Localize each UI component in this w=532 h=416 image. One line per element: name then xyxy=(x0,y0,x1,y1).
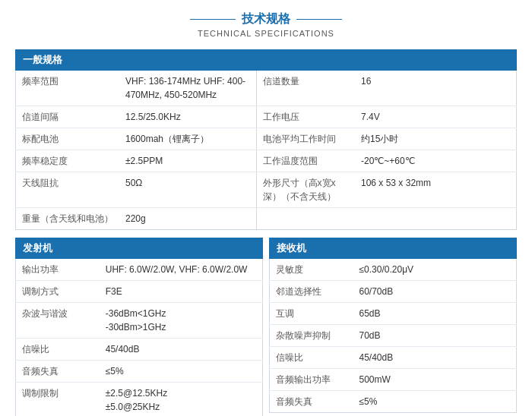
table-row: 调制限制 ±2.5@12.5KHz ±5.0@25KHz xyxy=(16,383,263,417)
row-label: 标配电池 xyxy=(16,128,120,150)
row-label2: 外形尺寸（高x宽x深）（不含天线） xyxy=(256,172,355,208)
table-row: 邻道选择性 60/70dB xyxy=(270,281,517,303)
table-row: 灵敏度 ≤0.30/0.20μV xyxy=(270,259,517,281)
row-value: 60/70dB xyxy=(353,281,517,303)
row-label: 音频输出功率 xyxy=(270,369,353,391)
row-value: ≤5% xyxy=(100,361,263,383)
row-label: 输出功率 xyxy=(16,259,100,281)
table-row: 杂波与谐波 -36dBm<1GHz -30dBm>1GHz xyxy=(16,303,263,339)
table-row: 信噪比 45/40dB xyxy=(270,347,517,369)
row-label: 频率范围 xyxy=(16,71,120,106)
table-row: 输出功率 UHF: 6.0W/2.0W, VHF: 6.0W/2.0W xyxy=(16,259,263,281)
table-row: 音频失真 ≤5% xyxy=(270,391,517,413)
row-label: 重量（含天线和电池） xyxy=(16,208,120,230)
row-value: F3E xyxy=(100,281,263,303)
table-row: 频率稳定度 ±2.5PPM 工作温度范围 -20℃~+60℃ xyxy=(16,150,517,172)
row-value: ≤0.30/0.20μV xyxy=(353,259,517,281)
table-row: 天线阻抗 50Ω 外形尺寸（高x宽x深）（不含天线） 106 x 53 x 32… xyxy=(16,172,517,208)
row-value2: 约15小时 xyxy=(355,128,517,150)
row-label: 调制限制 xyxy=(16,383,100,417)
row-label: 信道间隔 xyxy=(16,106,120,128)
receiver-header: 接收机 xyxy=(269,238,517,259)
general-header: 一般规格 xyxy=(15,49,517,71)
transmitter-header: 发射机 xyxy=(15,238,263,259)
table-row: 重量（含天线和电池） 220g xyxy=(16,208,517,230)
row-label: 互调 xyxy=(270,303,353,325)
row-value: 50Ω xyxy=(119,172,256,208)
row-label: 调制方式 xyxy=(16,281,100,303)
table-row: 标配电池 1600mah（锂离子） 电池平均工作时间 约15小时 xyxy=(16,128,517,150)
row-value: 500mW xyxy=(353,369,517,391)
row-label: 杂波与谐波 xyxy=(16,303,100,339)
row-value2 xyxy=(355,208,517,230)
row-value2: -20℃~+60℃ xyxy=(355,150,517,172)
table-row: 信噪比 45/40dB xyxy=(16,339,263,361)
row-value: ±2.5PPM xyxy=(119,150,256,172)
transmitter-table: 输出功率 UHF: 6.0W/2.0W, VHF: 6.0W/2.0W 调制方式… xyxy=(15,259,263,416)
row-value: 1600mah（锂离子） xyxy=(119,128,256,150)
row-label: 灵敏度 xyxy=(270,259,353,281)
general-section: 一般规格 频率范围 VHF: 136-174MHz UHF: 400-470MH… xyxy=(15,49,517,230)
row-value: 12.5/25.0KHz xyxy=(119,106,256,128)
receiver-table: 灵敏度 ≤0.30/0.20μV 邻道选择性 60/70dB 互调 65dB 杂… xyxy=(269,259,517,413)
table-row: 信道间隔 12.5/25.0KHz 工作电压 7.4V xyxy=(16,106,517,128)
table-row: 音频失真 ≤5% xyxy=(16,361,263,383)
row-value: 220g xyxy=(119,208,256,230)
page-container: 技术规格 TECHNICAL SPECIFICATIONS 一般规格 频率范围 … xyxy=(0,0,532,416)
row-value2: 7.4V xyxy=(355,106,517,128)
row-value: ±2.5@12.5KHz ±5.0@25KHz xyxy=(100,383,263,417)
row-label: 杂散噪声抑制 xyxy=(270,325,353,347)
row-value: 45/40dB xyxy=(353,347,517,369)
row-value: ≤5% xyxy=(353,391,517,413)
row-value: 45/40dB xyxy=(100,339,263,361)
row-label: 天线阻抗 xyxy=(16,172,120,208)
row-label2 xyxy=(256,208,355,230)
table-row: 互调 65dB xyxy=(270,303,517,325)
transmitter-col: 发射机 输出功率 UHF: 6.0W/2.0W, VHF: 6.0W/2.0W … xyxy=(15,238,263,416)
row-label: 频率稳定度 xyxy=(16,150,120,172)
row-value2: 16 xyxy=(355,71,517,106)
row-label2: 信道数量 xyxy=(256,71,355,106)
row-value: 65dB xyxy=(353,303,517,325)
row-value: -36dBm<1GHz -30dBm>1GHz xyxy=(100,303,263,339)
title-area: 技术规格 TECHNICAL SPECIFICATIONS xyxy=(15,11,517,38)
row-value: 70dB xyxy=(353,325,517,347)
table-row: 杂散噪声抑制 70dB xyxy=(270,325,517,347)
table-row: 调制方式 F3E xyxy=(16,281,263,303)
row-label2: 工作电压 xyxy=(256,106,355,128)
row-label2: 工作温度范围 xyxy=(256,150,355,172)
row-label: 邻道选择性 xyxy=(270,281,353,303)
receiver-col: 接收机 灵敏度 ≤0.30/0.20μV 邻道选择性 60/70dB 互调 65… xyxy=(269,238,517,416)
tx-rx-section: 发射机 输出功率 UHF: 6.0W/2.0W, VHF: 6.0W/2.0W … xyxy=(15,238,517,416)
row-label: 信噪比 xyxy=(16,339,100,361)
row-value: VHF: 136-174MHz UHF: 400-470MHz, 450-520… xyxy=(119,71,256,106)
title-en: TECHNICAL SPECIFICATIONS xyxy=(15,29,517,38)
row-label: 音频失真 xyxy=(16,361,100,383)
row-label: 音频失真 xyxy=(270,391,353,413)
row-label: 信噪比 xyxy=(270,347,353,369)
table-row: 音频输出功率 500mW xyxy=(270,369,517,391)
general-table: 频率范围 VHF: 136-174MHz UHF: 400-470MHz, 45… xyxy=(15,71,517,230)
row-value2: 106 x 53 x 32mm xyxy=(355,172,517,208)
row-label2: 电池平均工作时间 xyxy=(256,128,355,150)
title-zh: 技术规格 xyxy=(15,11,517,27)
row-value: UHF: 6.0W/2.0W, VHF: 6.0W/2.0W xyxy=(100,259,263,281)
table-row: 频率范围 VHF: 136-174MHz UHF: 400-470MHz, 45… xyxy=(16,71,517,106)
